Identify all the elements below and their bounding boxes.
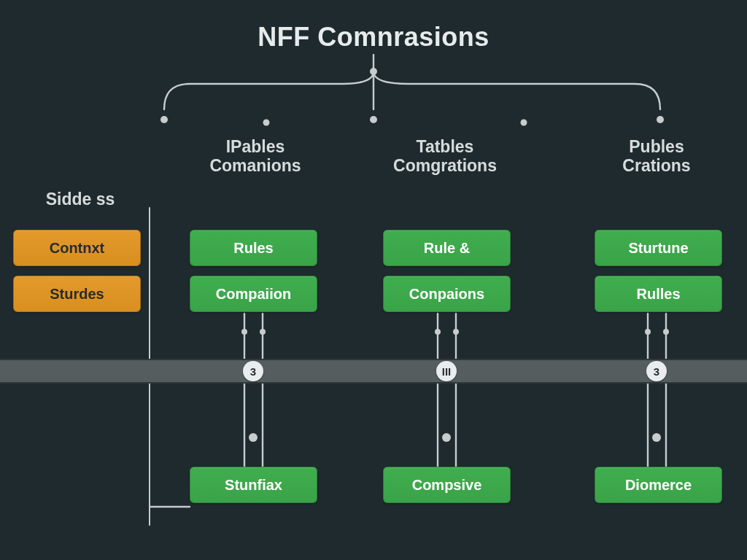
band-badge-1: 3 [243,361,263,381]
timeline-band [0,359,747,384]
svg-point-17 [453,329,459,335]
node-c2-r1: Rule & [383,230,511,266]
diagram-title: NFF Comnrasions [0,22,747,52]
node-c2-r2: Conpaions [383,276,511,312]
node-c1-r2: Compaiion [190,276,317,312]
column-header-c3-line2: Crations [622,156,690,175]
svg-point-21 [442,433,451,442]
column-header-c1: IPables Comanions [186,137,325,176]
node-c2-r3: Compsive [383,467,511,503]
column-header-c2: Tatbles Comgrations [376,137,514,176]
column-header-side: Sidde ss [11,190,150,209]
column-header-c3-line1: Publes [629,137,684,156]
svg-point-20 [249,433,258,442]
node-c1-r3: Stunfiax [190,467,317,503]
column-header-c3: Publes Crations [587,137,726,176]
node-c3-r3: Diomerce [595,467,722,503]
svg-point-2 [160,116,168,123]
svg-point-5 [263,120,270,126]
svg-point-22 [652,433,661,442]
column-header-side-line1: Sidde ss [46,190,115,209]
svg-point-6 [521,120,527,126]
svg-point-19 [663,329,669,335]
svg-point-18 [645,329,651,335]
side-box-sturdes: Sturdes [13,276,141,312]
column-header-c2-line1: Tatbles [417,137,474,156]
side-box-context: Contnxt [13,230,141,266]
svg-point-4 [657,116,664,123]
svg-point-1 [370,68,377,75]
column-header-c2-line2: Comgrations [393,156,497,175]
svg-point-3 [370,116,377,123]
svg-point-14 [241,329,247,335]
node-c3-r2: Rulles [595,276,722,312]
column-header-c1-line1: IPables [226,137,285,156]
band-badge-2: III [436,361,457,381]
node-c3-r1: Sturtune [595,230,722,266]
column-header-c1-line2: Comanions [209,156,301,175]
svg-point-15 [260,329,266,335]
band-badge-3: 3 [646,361,667,381]
svg-point-16 [435,329,441,335]
node-c1-r1: Rules [190,230,317,266]
